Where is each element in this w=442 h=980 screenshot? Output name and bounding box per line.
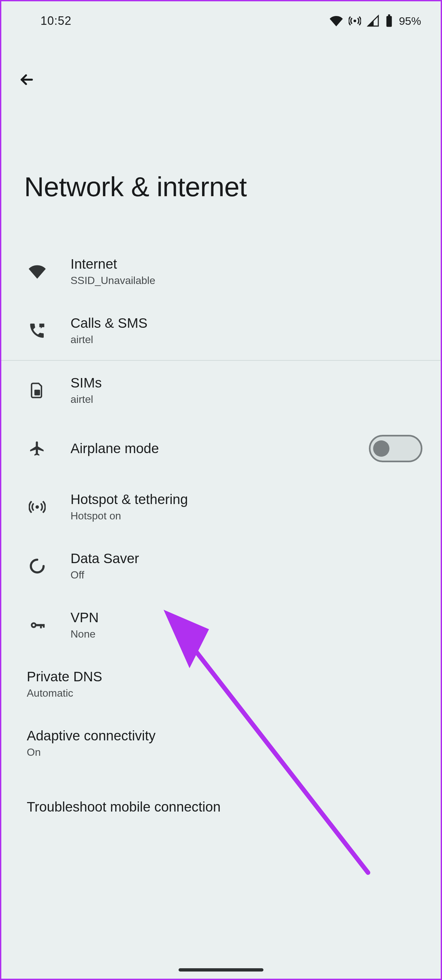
- item-subtitle: airtel: [70, 393, 423, 406]
- hotspot-icon: [349, 15, 361, 27]
- svg-rect-2: [388, 14, 390, 16]
- airplane-icon: [27, 438, 48, 459]
- status-time: 10:52: [21, 14, 72, 28]
- item-title: SIMs: [70, 375, 423, 391]
- item-subtitle: On: [27, 746, 423, 758]
- back-button[interactable]: [17, 70, 37, 89]
- battery-icon: [385, 14, 393, 27]
- item-subtitle: Hotspot on: [70, 510, 423, 522]
- settings-list: Internet SSID_Unavailable Calls & SMS ai…: [1, 242, 441, 830]
- item-title: Internet: [70, 256, 423, 272]
- item-subtitle: airtel: [70, 334, 423, 346]
- status-icons: 95%: [330, 14, 421, 27]
- item-subtitle: Automatic: [27, 687, 423, 699]
- item-title: Calls & SMS: [70, 315, 423, 331]
- svg-rect-9: [43, 624, 45, 627]
- item-sims[interactable]: SIMs airtel: [1, 361, 441, 420]
- item-internet[interactable]: Internet SSID_Unavailable: [1, 242, 441, 301]
- item-title: VPN: [70, 610, 423, 625]
- item-title: Data Saver: [70, 551, 423, 566]
- gesture-bar: [178, 968, 264, 972]
- hotspot-icon: [27, 496, 48, 517]
- item-troubleshoot[interactable]: Troubleshoot mobile connection: [1, 773, 441, 830]
- svg-point-6: [33, 624, 35, 626]
- data-saver-icon: [27, 555, 48, 576]
- item-calls-sms[interactable]: Calls & SMS airtel: [1, 301, 441, 360]
- status-bar: 10:52 95%: [1, 1, 441, 40]
- item-adaptive-connectivity[interactable]: Adaptive connectivity On: [1, 714, 441, 773]
- item-title: Airplane mode: [70, 441, 369, 457]
- item-title: Adaptive connectivity: [27, 728, 423, 744]
- wifi-icon: [330, 14, 343, 27]
- item-title: Hotspot & tethering: [70, 492, 423, 507]
- signal-icon: [367, 15, 379, 27]
- item-airplane-mode[interactable]: Airplane mode: [1, 420, 441, 477]
- item-hotspot-tethering[interactable]: Hotspot & tethering Hotspot on: [1, 477, 441, 536]
- item-title: Troubleshoot mobile connection: [27, 799, 423, 815]
- battery-text: 95%: [399, 15, 421, 27]
- phone-sms-icon: [27, 320, 48, 341]
- page-title: Network & internet: [1, 89, 441, 242]
- item-private-dns[interactable]: Private DNS Automatic: [1, 654, 441, 714]
- item-title: Private DNS: [27, 669, 423, 684]
- toggle-knob: [373, 441, 390, 457]
- vpn-key-icon: [27, 615, 48, 636]
- svg-point-4: [36, 505, 39, 508]
- sim-icon: [27, 380, 48, 401]
- item-subtitle: SSID_Unavailable: [70, 275, 423, 286]
- item-subtitle: None: [70, 628, 423, 640]
- airplane-toggle[interactable]: [369, 435, 423, 462]
- wifi-icon: [27, 261, 48, 282]
- svg-rect-8: [40, 624, 42, 628]
- item-data-saver[interactable]: Data Saver Off: [1, 536, 441, 595]
- svg-point-0: [353, 19, 356, 22]
- svg-rect-3: [34, 390, 40, 395]
- item-subtitle: Off: [70, 569, 423, 581]
- svg-rect-1: [386, 16, 392, 27]
- item-vpn[interactable]: VPN None: [1, 595, 441, 654]
